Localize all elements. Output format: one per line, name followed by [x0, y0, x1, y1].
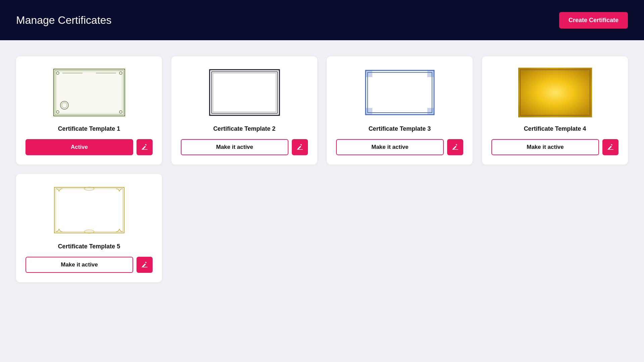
card-actions-3: Make it active	[336, 139, 463, 155]
svg-rect-28	[452, 149, 458, 150]
svg-rect-32	[52, 185, 126, 235]
svg-rect-27	[427, 108, 434, 115]
certificate-card-3: Certificate Template 3 Make it active	[327, 56, 473, 165]
make-active-button-5[interactable]: Make it active	[25, 257, 133, 273]
svg-rect-37	[142, 267, 148, 267]
svg-rect-12	[142, 149, 148, 150]
certificate-thumbnail-5	[25, 183, 153, 237]
create-certificate-button[interactable]: Create Certificate	[559, 12, 628, 28]
certificate-title-2: Certificate Template 2	[213, 125, 276, 132]
edit-icon-2	[297, 144, 303, 150]
svg-rect-13	[208, 68, 281, 117]
svg-rect-0	[52, 68, 126, 117]
card-actions-1: Active	[25, 139, 153, 155]
make-active-button-2[interactable]: Make it active	[181, 139, 288, 155]
svg-rect-17	[297, 149, 303, 150]
edit-icon-1	[141, 144, 148, 150]
cards-row-1: Certificate Template 1 Active	[16, 56, 628, 165]
card-actions-5: Make it active	[25, 257, 153, 273]
edit-icon-3	[452, 144, 459, 150]
edit-icon-4	[607, 144, 614, 150]
certificate-title-1: Certificate Template 1	[58, 125, 120, 132]
certificate-thumbnail-4	[491, 66, 619, 119]
edit-button-1[interactable]	[137, 139, 153, 155]
edit-icon-5	[141, 261, 148, 268]
edit-button-4[interactable]	[602, 139, 619, 155]
certificate-card-2: Certificate Template 2 Make it active	[171, 56, 317, 165]
certificate-card-5: Certificate Template 5 Make it active	[16, 174, 162, 282]
edit-button-5[interactable]	[137, 257, 153, 273]
svg-rect-25	[427, 70, 434, 77]
cards-row-2: Certificate Template 5 Make it active	[16, 174, 628, 282]
certificate-title-3: Certificate Template 3	[369, 125, 431, 132]
edit-button-2[interactable]	[292, 139, 308, 155]
page-header: Manage Certificates Create Certificate	[0, 0, 644, 40]
empty-slot-3	[482, 174, 628, 282]
main-content: Certificate Template 1 Active	[0, 40, 644, 298]
make-active-button-3[interactable]: Make it active	[336, 139, 444, 155]
make-active-button-4[interactable]: Make it active	[491, 139, 599, 155]
svg-rect-24	[366, 70, 372, 77]
active-button-1[interactable]: Active	[25, 139, 133, 155]
svg-rect-18	[363, 68, 437, 117]
svg-rect-26	[366, 108, 372, 115]
edit-button-3[interactable]	[447, 139, 463, 155]
empty-slot-2	[327, 174, 473, 282]
certificate-thumbnail-1	[25, 66, 153, 119]
certificate-thumbnail-2	[181, 66, 308, 119]
certificate-title-4: Certificate Template 4	[524, 125, 586, 132]
certificate-title-5: Certificate Template 5	[58, 243, 120, 250]
card-actions-2: Make it active	[181, 139, 308, 155]
certificate-card-4: Certificate Template 4 Make it active	[482, 56, 628, 165]
empty-slot-1	[171, 174, 317, 282]
card-actions-4: Make it active	[491, 139, 619, 155]
page-title: Manage Certificates	[16, 14, 112, 26]
svg-rect-29	[518, 68, 592, 117]
certificate-card-1: Certificate Template 1 Active	[16, 56, 162, 165]
svg-rect-31	[607, 149, 613, 150]
certificate-thumbnail-3	[336, 66, 463, 119]
